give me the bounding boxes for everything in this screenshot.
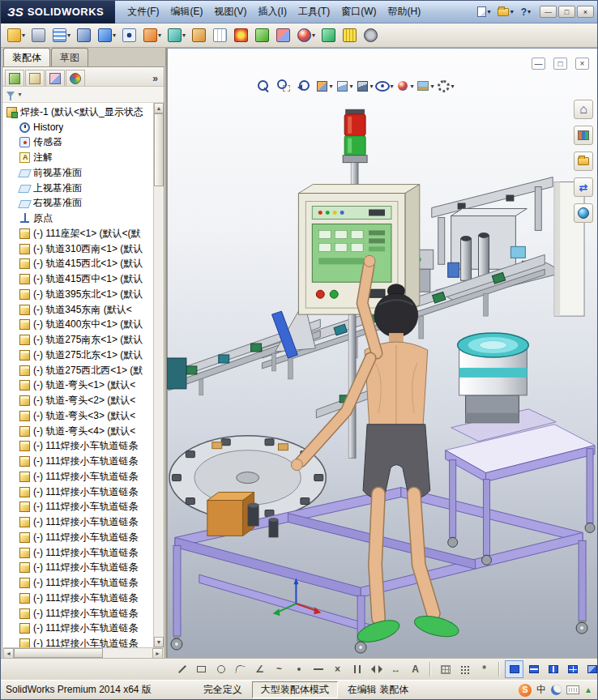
tree-item[interactable]: (-) 111焊接小车轨道链条 <box>5 591 153 606</box>
tree-item[interactable]: (-) 111焊接小车轨道链条 <box>5 530 153 545</box>
document-tab[interactable]: 装配体 <box>3 48 50 66</box>
section-view-icon[interactable]: ▾ <box>315 77 333 95</box>
assembly-features-icon[interactable]: ▾ <box>141 26 164 45</box>
assembly-3d-scene[interactable] <box>167 48 597 658</box>
view-orientation-icon[interactable]: ▾ <box>335 77 353 95</box>
menu-item[interactable]: 编辑(E) <box>165 2 209 21</box>
new-document-icon[interactable]: ▾ <box>476 6 493 18</box>
tree-item[interactable]: (-) 111焊接小车轨道链条 <box>5 561 153 576</box>
horizontal-scrollbar[interactable]: ◄ ► <box>3 647 163 658</box>
graphics-area[interactable]: ▾▾▾▾▾▾▾ —□× <box>167 48 597 658</box>
tree-item[interactable]: History <box>5 120 153 135</box>
new-motion-study-icon[interactable] <box>190 26 209 45</box>
tree-item[interactable]: (-) 轨道345东南 (默认< <box>5 302 153 318</box>
vertical-scrollbar[interactable]: ▲ ▼ <box>153 103 164 647</box>
soft-keyboard-icon[interactable] <box>566 685 579 694</box>
tree-item[interactable]: (-) 111焊接小车轨道链条 <box>5 469 153 484</box>
scrollbar-trough[interactable] <box>154 113 164 637</box>
simulation-icon[interactable] <box>319 26 339 45</box>
zoom-to-fit-icon[interactable] <box>254 77 272 95</box>
vibratory-bowl-feeder[interactable] <box>451 333 557 442</box>
file-explorer-icon[interactable] <box>574 152 593 171</box>
scroll-up-arrow[interactable]: ▲ <box>154 103 164 113</box>
document-tab[interactable]: 草图 <box>51 48 88 66</box>
zoom-to-area-icon[interactable] <box>275 77 293 95</box>
help-icon[interactable]: ?▾ <box>519 6 532 19</box>
menu-item[interactable]: 文件(F) <box>122 2 164 21</box>
viewport-two-horizontal-icon[interactable] <box>524 660 543 678</box>
document-restore-icon[interactable]: □ <box>553 58 567 70</box>
tree-item[interactable]: (-) 轨道275北东<1> (默认 <box>5 348 153 363</box>
centerline-icon[interactable] <box>309 660 327 678</box>
circle-icon[interactable] <box>211 660 230 678</box>
minimize-button[interactable]: — <box>540 6 557 18</box>
tree-item[interactable]: (-) 111焊接小车轨道链条 <box>5 454 153 469</box>
offset-entities-icon[interactable] <box>348 660 366 678</box>
close-button[interactable]: × <box>577 6 594 18</box>
tray-arrow-icon[interactable]: ▲ <box>584 685 592 694</box>
tree-item[interactable]: (-) 轨道310西南<1> (默认 <box>5 241 153 257</box>
tree-item[interactable]: (-) 111座架<1> (默认<(默 <box>5 226 153 241</box>
edit-appearance-icon[interactable]: ▾ <box>396 77 414 95</box>
tree-item[interactable]: (-) 轨道415西中<1> (默认 <box>5 271 153 287</box>
link-views-icon[interactable] <box>583 660 598 678</box>
line-icon[interactable] <box>173 660 191 678</box>
interference-detection-icon[interactable] <box>274 26 293 45</box>
mirror-entities-icon[interactable] <box>367 660 386 678</box>
edit-appearance-icon[interactable]: ▾ <box>295 26 318 45</box>
mate-icon[interactable] <box>29 26 49 45</box>
reference-geometry-icon[interactable]: ▾ <box>165 26 188 45</box>
sketch-settings-icon[interactable]: * <box>475 660 493 678</box>
instant3d-icon[interactable] <box>253 26 272 45</box>
tree-item[interactable]: (-) 轨道-弯头<3> (默认< <box>5 408 153 424</box>
exploded-view-icon[interactable] <box>232 26 251 45</box>
display-style-icon[interactable]: ▾ <box>356 77 374 95</box>
displaymanager-tab-icon[interactable] <box>66 70 85 86</box>
scrollbar-thumb[interactable] <box>14 648 103 658</box>
tree-item[interactable]: 右视基准面 <box>5 196 153 211</box>
viewport-single-icon[interactable] <box>505 660 523 678</box>
scrollbar-thumb[interactable] <box>154 113 164 186</box>
tree-item[interactable]: (-) 轨道395东北<1> (默认 <box>5 287 153 302</box>
menu-item[interactable]: 帮助(H) <box>382 2 427 21</box>
tree-item[interactable]: 注解 <box>5 150 153 165</box>
panel-overflow-chevron[interactable]: » <box>149 73 161 86</box>
menu-item[interactable]: 插入(I) <box>253 2 293 21</box>
viewport-four-icon[interactable] <box>563 660 582 678</box>
menu-item[interactable]: 视图(V) <box>209 2 253 21</box>
point-icon[interactable] <box>289 660 308 678</box>
measure-icon[interactable] <box>340 26 360 45</box>
language-indicator[interactable]: 中 <box>536 683 546 697</box>
open-document-icon[interactable]: ▾ <box>496 7 515 17</box>
trim-icon[interactable]: × <box>328 660 347 678</box>
menu-item[interactable]: 窗口(W) <box>335 2 382 21</box>
tree-item[interactable]: (-) 111焊接小车轨道链条 <box>5 484 153 500</box>
spline-icon[interactable]: ~ <box>270 660 288 678</box>
show-hidden-components-icon[interactable] <box>120 26 139 45</box>
scroll-down-arrow[interactable]: ▼ <box>154 637 164 647</box>
tree-item[interactable]: (-) 轨道400东中<1> (默认 <box>5 318 153 333</box>
hide-show-items-icon[interactable]: ▾ <box>376 77 394 95</box>
tree-item[interactable]: (-) 111焊接小车轨道链条 <box>5 514 153 530</box>
large-assembly-mode-indicator[interactable]: 大型装配体模式 <box>252 681 338 698</box>
previous-view-icon[interactable] <box>295 77 313 95</box>
configurationmanager-tab-icon[interactable] <box>45 70 65 86</box>
component-pattern-icon[interactable]: ▾ <box>50 26 73 45</box>
document-minimize-icon[interactable]: — <box>532 58 545 70</box>
featuremanager-tab-icon[interactable] <box>5 70 24 86</box>
tree-item[interactable]: (-) 111焊接小车轨道链条 <box>5 500 153 515</box>
tree-item[interactable]: (-) 111焊接小车轨道链条 <box>5 575 153 591</box>
menu-item[interactable]: 工具(T) <box>293 2 335 21</box>
appearances-scenes-icon[interactable] <box>574 203 593 223</box>
angle-dimension-icon[interactable]: ∠ <box>250 660 269 678</box>
propertymanager-tab-icon[interactable] <box>25 70 45 86</box>
tree-item[interactable]: (-) 轨道415西北<1> (默认 <box>5 257 153 272</box>
maximize-button[interactable]: □ <box>558 6 575 18</box>
tree-item[interactable]: (-) 111焊接小车轨道链条 <box>5 439 153 455</box>
scrollbar-trough[interactable] <box>14 648 152 658</box>
filter-dropdown-arrow[interactable]: ▼ <box>17 92 23 97</box>
insert-component-icon[interactable]: ▾ <box>5 26 28 45</box>
tree-item[interactable]: (-) 轨道-弯头<2> (默认< <box>5 393 153 408</box>
tree-item[interactable]: 前视基准面 <box>5 165 153 181</box>
document-close-icon[interactable]: × <box>575 58 589 70</box>
